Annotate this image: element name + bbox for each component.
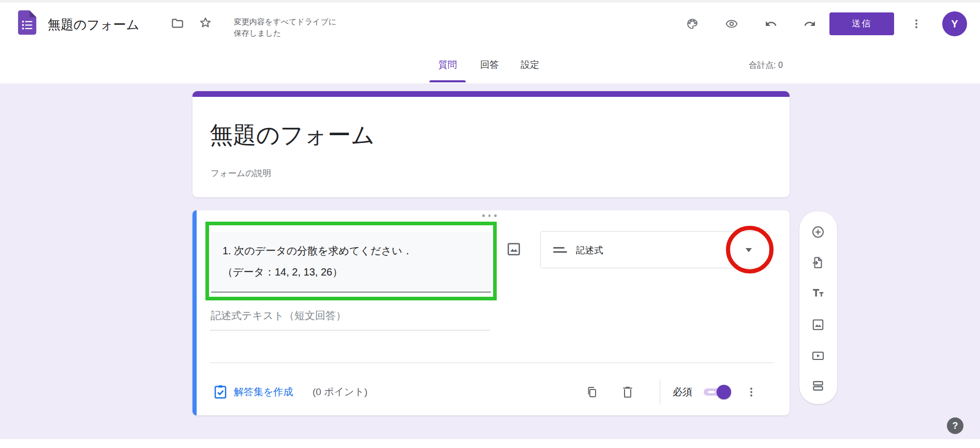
send-button[interactable]: 送信 [829,12,894,35]
clipboard-check-icon [213,384,228,400]
form-canvas: 無題のフォーム フォームの説明 1. 次のデータの分散を求めてください． （デー… [0,83,980,448]
copy-icon [586,386,598,398]
question-type-select[interactable]: 記述式 [540,231,769,268]
kebab-menu-icon [910,18,923,30]
window-top-strip [0,0,980,3]
short-answer-icon [553,247,565,249]
add-video-icon [811,349,825,363]
more-options-button[interactable] [910,18,923,30]
star-icon [199,16,212,30]
help-button[interactable]: ? [947,417,963,434]
answer-key-button[interactable] [213,384,228,400]
account-avatar[interactable]: Y [942,11,967,36]
tab-questions-label: 質問 [438,60,457,70]
add-title-description-button[interactable] [808,282,828,303]
answer-field-placeholder: 記述式テキスト（短文回答） [211,309,490,330]
image-icon [506,241,522,257]
add-image-to-question-button[interactable] [506,241,522,257]
form-description-editable[interactable]: フォームの説明 [211,168,271,179]
preview-button[interactable] [725,18,738,30]
add-image-icon [811,318,825,331]
tab-settings[interactable]: 設定 [512,47,548,83]
google-forms-editor: 無題のフォーム 変更内容をすべてドライブに 保存しました [0,0,980,448]
form-title-editable[interactable]: 無題のフォーム [210,120,375,151]
delete-question-button[interactable] [621,385,634,399]
tab-bar: 質問 回答 設定 合計点: 0 [0,47,980,83]
add-question-button[interactable] [808,222,828,242]
theme-customize-button[interactable] [686,18,699,30]
form-title-card: 無題のフォーム フォームの説明 [192,91,790,197]
duplicate-question-button[interactable] [586,386,598,398]
toggle-thumb [717,385,731,399]
short-answer-icon-bar [553,251,567,253]
redo-button[interactable] [804,18,816,30]
undo-icon [765,18,777,30]
question-text-input[interactable]: 1. 次のデータの分散を求めてください． （データ：14, 2, 13, 26） [211,232,491,293]
move-to-folder-button[interactable] [171,17,184,30]
required-label: 必須 [673,384,692,400]
required-toggle[interactable] [704,385,733,399]
question-type-label: 記述式 [576,232,603,269]
chevron-down-icon [746,248,752,252]
add-image-button[interactable] [808,314,828,335]
save-status: 変更内容をすべてドライブに 保存しました [234,16,336,39]
folder-icon [171,17,184,30]
forms-logo-icon [18,10,37,35]
star-button[interactable] [199,16,212,30]
add-video-button[interactable] [808,345,828,366]
redo-icon [804,18,816,30]
selected-card-indicator [192,210,197,415]
add-title-text-icon [811,286,825,299]
active-tab-underline [429,80,466,82]
save-status-line1: 変更内容をすべてドライブに [234,16,336,27]
tab-responses[interactable]: 回答 [471,47,508,83]
top-bar: 無題のフォーム 変更内容をすべてドライブに 保存しました [0,0,980,47]
drag-handle[interactable] [482,214,497,217]
form-title-field[interactable]: 無題のフォーム [48,16,139,33]
eye-icon [725,18,738,30]
card-divider [210,363,773,363]
palette-icon [686,18,699,30]
import-questions-icon [811,256,825,269]
kebab-menu-icon [745,386,758,398]
bottom-strip [0,439,980,448]
answer-key-link[interactable]: 解答集を作成 [234,384,293,400]
trash-icon [621,385,634,399]
question-card: 1. 次のデータの分散を求めてください． （データ：14, 2, 13, 26）… [192,210,790,415]
import-questions-button[interactable] [808,252,828,273]
add-question-icon [811,225,825,239]
footer-divider [660,380,660,404]
tab-questions[interactable]: 質問 [429,47,466,83]
toggle-track-tick [708,391,715,393]
add-section-icon [811,379,825,393]
save-status-line2: 保存しました [234,27,336,39]
points-label: (0 ポイント) [313,384,367,400]
question-more-options-button[interactable] [745,386,758,398]
add-section-button[interactable] [808,375,828,396]
question-text: 1. 次のデータの分散を求めてください． （データ：14, 2, 13, 26） [222,240,442,283]
title-card-accent-bar [192,91,790,97]
total-points-label: 合計点: 0 [749,47,783,83]
side-toolbar [799,211,837,404]
undo-button[interactable] [765,18,777,30]
